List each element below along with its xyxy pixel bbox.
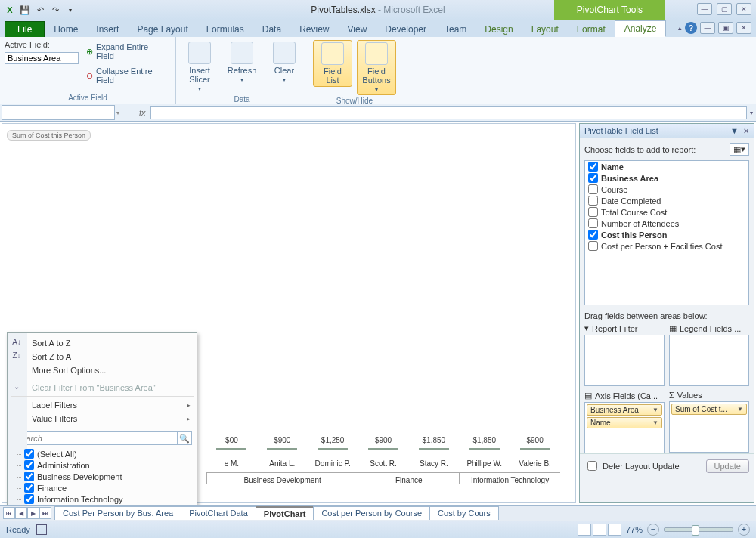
- undo-icon[interactable]: ↶: [33, 3, 47, 17]
- view-normal-icon[interactable]: [578, 524, 591, 536]
- tab-insert[interactable]: Insert: [87, 22, 128, 37]
- redo-icon[interactable]: ↷: [48, 3, 62, 17]
- field-label[interactable]: Date Completed: [601, 196, 662, 206]
- help-icon[interactable]: ?: [685, 22, 697, 34]
- field-list-button[interactable]: Field List: [313, 40, 352, 87]
- value-filters[interactable]: Value Filters▸: [8, 412, 197, 425]
- field-label[interactable]: Course: [601, 185, 627, 194]
- field-label[interactable]: Name: [601, 162, 624, 172]
- close-button[interactable]: ✕: [736, 3, 751, 15]
- field-checkbox[interactable]: [588, 196, 598, 206]
- field-label[interactable]: Business Area: [601, 174, 658, 183]
- defer-update-checkbox[interactable]: [587, 461, 597, 471]
- defer-update-label: Defer Layout Update: [603, 462, 680, 471]
- sheet-tab[interactable]: PivotChart Data: [181, 506, 256, 520]
- zoom-level[interactable]: 77%: [626, 525, 643, 534]
- field-checkbox[interactable]: [588, 218, 598, 228]
- field-checkbox[interactable]: [588, 230, 598, 240]
- name-box[interactable]: [2, 105, 115, 120]
- field-list-dropdown-icon[interactable]: ▼: [730, 126, 739, 135]
- tab-developer[interactable]: Developer: [376, 22, 435, 37]
- maximize-button[interactable]: ▢: [717, 3, 732, 15]
- layout-options-button[interactable]: ▦▾: [730, 143, 749, 156]
- field-label[interactable]: Number of Attendees: [601, 219, 679, 228]
- field-list-close-icon[interactable]: ✕: [743, 127, 749, 135]
- tab-page-layout[interactable]: Page Layout: [128, 22, 197, 37]
- sheet-nav-prev[interactable]: ◀: [15, 507, 27, 519]
- refresh-button[interactable]: Refresh▾: [223, 40, 261, 85]
- formula-expand-icon[interactable]: ▾: [750, 110, 753, 116]
- axis-fields-dropzone[interactable]: Business Area▼Name▼: [584, 402, 665, 453]
- ribbon-minimize-icon[interactable]: ▴: [678, 24, 682, 32]
- field-checkbox[interactable]: [588, 184, 598, 194]
- legend-fields-dropzone[interactable]: [669, 335, 749, 386]
- expand-field-button[interactable]: ⊕Expand Entire Field: [83, 42, 171, 61]
- tab-formulas[interactable]: Formulas: [197, 22, 253, 37]
- sheet-tab[interactable]: Cost per Person by Course: [313, 506, 430, 520]
- field-checkbox[interactable]: [588, 241, 598, 251]
- qat-dropdown-icon[interactable]: ▾: [64, 3, 77, 17]
- collapse-field-button[interactable]: ⊖Collapse Entire Field: [83, 66, 171, 85]
- sort-z-to-a[interactable]: Z↓Sort Z to A: [8, 350, 197, 363]
- field-checkbox[interactable]: [588, 173, 598, 183]
- clear-button[interactable]: Clear▾: [265, 40, 303, 85]
- active-field-input[interactable]: [5, 52, 79, 64]
- field-checklist[interactable]: NameBusiness AreaCourseDate CompletedTot…: [584, 160, 749, 305]
- search-icon[interactable]: 🔍: [178, 431, 192, 445]
- filter-search-input[interactable]: [12, 431, 178, 445]
- field-checkbox[interactable]: [588, 207, 598, 217]
- view-page-layout-icon[interactable]: [593, 524, 606, 536]
- tab-layout[interactable]: Layout: [522, 22, 568, 37]
- tab-review[interactable]: Review: [290, 22, 338, 37]
- tab-analyze[interactable]: Analyze: [615, 20, 667, 37]
- fx-icon[interactable]: fx: [139, 108, 146, 117]
- insert-slicer-button[interactable]: Insert Slicer▾: [181, 40, 218, 94]
- tab-team[interactable]: Team: [435, 22, 476, 37]
- filter-item-checkbox[interactable]: [24, 460, 34, 470]
- chart-area[interactable]: Sum of Cost this Person $00$900$1,250$90…: [2, 123, 576, 503]
- zoom-in-button[interactable]: +: [738, 524, 750, 536]
- report-filter-dropzone[interactable]: [584, 335, 665, 386]
- tab-data[interactable]: Data: [253, 22, 290, 37]
- sheet-nav-first[interactable]: ⏮: [3, 507, 15, 519]
- field-label[interactable]: Cost this Person: [601, 230, 667, 240]
- label-filters[interactable]: Label Filters▸: [8, 398, 197, 412]
- macro-record-icon[interactable]: [36, 524, 47, 535]
- sheet-nav-last[interactable]: ⏭: [39, 507, 51, 519]
- filter-item-checkbox[interactable]: [24, 449, 34, 459]
- view-page-break-icon[interactable]: [608, 524, 621, 536]
- sheet-tab[interactable]: PivotChart: [256, 506, 314, 520]
- sheet-tab[interactable]: Cost Per Person by Bus. Area: [54, 506, 181, 520]
- zoom-slider[interactable]: [664, 527, 733, 532]
- field-label[interactable]: Total Course Cost: [601, 208, 667, 217]
- filter-item-checkbox[interactable]: [24, 472, 34, 481]
- sheet-nav-next[interactable]: ▶: [27, 507, 39, 519]
- file-tab[interactable]: File: [5, 21, 45, 37]
- tab-format[interactable]: Format: [568, 22, 615, 37]
- field-label[interactable]: Cost per Person + Facilities Cost: [601, 242, 722, 251]
- zoom-out-button[interactable]: −: [647, 524, 659, 536]
- update-button[interactable]: Update: [706, 459, 749, 473]
- tab-view[interactable]: View: [339, 22, 376, 37]
- app-name: - Microsoft Excel: [376, 5, 445, 15]
- filter-item-checkbox[interactable]: [24, 483, 34, 493]
- values-dropzone[interactable]: Sum of Cost t...▼: [669, 401, 749, 453]
- tab-design[interactable]: Design: [476, 22, 522, 37]
- sort-a-to-z[interactable]: A↓Sort A to Z: [8, 336, 197, 350]
- tab-home[interactable]: Home: [45, 22, 87, 37]
- chart-value-field-badge[interactable]: Sum of Cost this Person: [7, 130, 91, 141]
- area-pill[interactable]: Business Area▼: [587, 404, 662, 416]
- workbook-restore-button[interactable]: ▣: [718, 22, 733, 34]
- area-pill[interactable]: Sum of Cost t...▼: [671, 404, 747, 415]
- area-pill[interactable]: Name▼: [587, 417, 662, 428]
- workbook-minimize-button[interactable]: —: [700, 22, 715, 34]
- field-buttons-button[interactable]: Field Buttons▾: [357, 40, 396, 95]
- filter-item-checkbox[interactable]: [24, 494, 34, 504]
- save-icon[interactable]: 💾: [18, 3, 32, 17]
- workbook-close-button[interactable]: ✕: [736, 22, 751, 34]
- more-sort-options[interactable]: More Sort Options...: [8, 363, 197, 377]
- sheet-tab[interactable]: Cost by Cours: [429, 506, 499, 520]
- field-checkbox[interactable]: [588, 162, 598, 172]
- formula-input[interactable]: [150, 106, 747, 119]
- minimize-button[interactable]: —: [697, 3, 712, 15]
